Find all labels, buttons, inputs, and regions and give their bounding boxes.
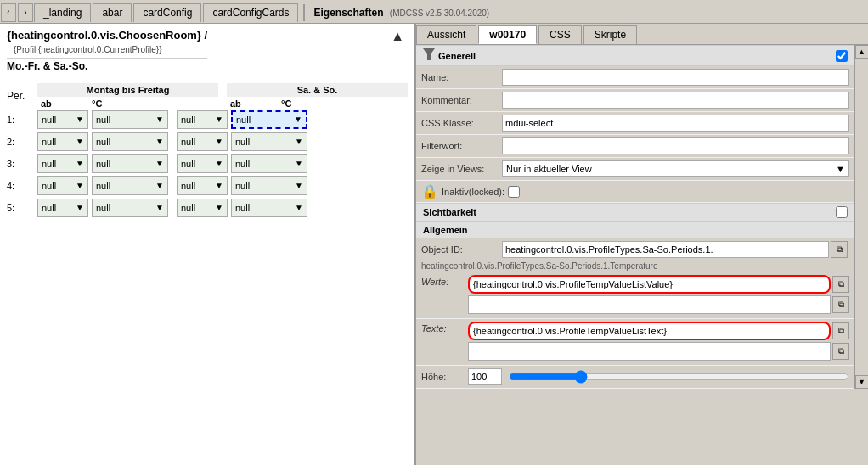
chevron-down-icon: ▼: [215, 115, 223, 124]
zeige-label: Zeige in Views:: [421, 164, 502, 174]
filterwort-input[interactable]: [502, 137, 849, 154]
collapse-button[interactable]: ▲: [387, 29, 408, 44]
s2-period-3: null ▼ null ▼: [177, 176, 307, 195]
s2-c-select-0[interactable]: null ▼: [231, 110, 307, 129]
allgemein-section: Allgemein: [416, 221, 854, 238]
s1-ab-select-4[interactable]: null ▼: [37, 199, 88, 217]
chevron-down-icon: ▼: [215, 181, 223, 190]
props-body-wrapper: Generell Name: Kommentar:: [416, 45, 868, 389]
filterwort-row: Filterwort:: [416, 135, 854, 158]
s1-c-select-0[interactable]: null ▼: [92, 110, 168, 129]
left-header: {heatingcontrol.0.vis.ChoosenRoom} / {Pr…: [0, 24, 414, 76]
texte-input1-row: ⧉: [468, 322, 849, 340]
scroll-bar: ▲ ▼: [854, 45, 868, 389]
kommentar-value: [502, 92, 849, 109]
texte-copy-btn2[interactable]: ⧉: [832, 343, 849, 360]
s2-c-select-3[interactable]: null ▼: [231, 176, 307, 195]
list-item: 2: null ▼ null ▼ null ▼ null ▼: [7, 132, 408, 151]
inaktiv-checkbox[interactable]: [508, 186, 520, 198]
s1-period-0: null ▼ null ▼: [37, 110, 168, 129]
chevron-down-icon: ▼: [295, 203, 303, 212]
kommentar-row: Kommentar:: [416, 89, 854, 112]
sichtbarkeit-checkbox[interactable]: [836, 206, 848, 218]
s1-ab-select-3[interactable]: null ▼: [37, 176, 88, 195]
period-num: 2:: [7, 137, 37, 147]
tab-cardconfig[interactable]: cardConfig: [133, 3, 201, 22]
texte-input2[interactable]: [468, 342, 831, 361]
s1-c-select-4[interactable]: null ▼: [92, 199, 168, 217]
name-row: Name:: [416, 66, 854, 89]
nav-fwd-btn[interactable]: ›: [18, 3, 33, 22]
object-id-input[interactable]: [502, 241, 829, 258]
werte-copy-btn1[interactable]: ⧉: [832, 276, 849, 293]
section2-block: Sa. & So. ab °C: [227, 83, 408, 109]
tab-landing[interactable]: _landing: [34, 3, 91, 22]
werte-inputs: ⧉ ⧉: [468, 275, 849, 316]
generell-label: Generell: [438, 51, 836, 61]
tab-abar[interactable]: abar: [93, 3, 132, 22]
name-input[interactable]: [502, 69, 849, 86]
per-col-header: Per.: [7, 90, 37, 102]
tab-aussicht[interactable]: Aussicht: [416, 25, 476, 44]
inaktiv-label: Inaktiv(locked):: [442, 187, 504, 197]
zeige-select[interactable]: Nur in aktueller View ▼: [502, 160, 849, 177]
s1-c-select-1[interactable]: null ▼: [92, 132, 168, 151]
werte-input1-row: ⧉: [468, 275, 849, 294]
s2-c-select-1[interactable]: null ▼: [231, 132, 307, 151]
s2-ab-select-4[interactable]: null ▼: [177, 199, 228, 217]
tab-cardconfigcards[interactable]: cardConfigCards: [203, 3, 298, 22]
werte-copy-btn2[interactable]: ⧉: [832, 296, 849, 313]
lock-icon: 🔒: [421, 183, 438, 199]
tab-css[interactable]: CSS: [538, 25, 582, 44]
filterwort-value: [502, 137, 849, 154]
texte-copy-btn1[interactable]: ⧉: [832, 322, 849, 339]
section1-col-labels: ab °C: [37, 98, 218, 109]
object-id-copy-btn[interactable]: ⧉: [831, 241, 848, 258]
nav-back-btn[interactable]: ‹: [1, 3, 16, 22]
chevron-down-icon: ▼: [76, 115, 84, 124]
hoehe-label: Höhe:: [421, 372, 468, 382]
s1-ab-header: ab: [37, 98, 88, 109]
tab-skripte[interactable]: Skripte: [583, 25, 637, 44]
properties-title: Eigenschaften (MDCSS v2.5 30.04.2020): [303, 4, 498, 21]
s1-ab-select-2[interactable]: null ▼: [37, 154, 88, 173]
texte-input1[interactable]: [468, 322, 831, 340]
s1-c-select-2[interactable]: null ▼: [92, 154, 168, 173]
s2-c-select-4[interactable]: null ▼: [231, 199, 307, 217]
s1-ab-select-1[interactable]: null ▼: [37, 132, 88, 151]
hoehe-input[interactable]: [468, 368, 502, 385]
scroll-down-btn[interactable]: ▼: [855, 375, 869, 389]
s2-c-select-2[interactable]: null ▼: [231, 154, 307, 173]
s2-ab-select-1[interactable]: null ▼: [177, 132, 228, 151]
css-klasse-label: CSS Klasse:: [421, 118, 502, 128]
hoehe-slider[interactable]: [509, 370, 849, 384]
texte-row: Texte: ⧉ ⧉: [416, 319, 854, 366]
s2-ab-header: ab: [227, 98, 278, 109]
s1-c-select-3[interactable]: null ▼: [92, 176, 168, 195]
s2-ab-select-0[interactable]: null ▼: [177, 110, 228, 129]
props-content: Generell Name: Kommentar:: [416, 45, 854, 389]
s2-ab-select-2[interactable]: null ▼: [177, 154, 228, 173]
s2-ab-select-3[interactable]: null ▼: [177, 176, 228, 195]
generell-section-header: Generell: [416, 45, 854, 66]
chevron-down-icon: ▼: [155, 137, 164, 146]
s1-ab-select-0[interactable]: null ▼: [37, 110, 88, 129]
section2-header: Sa. & So.: [227, 83, 408, 97]
s1-period-1: null ▼ null ▼: [37, 132, 168, 151]
generell-checkbox[interactable]: [836, 50, 848, 62]
kommentar-input[interactable]: [502, 92, 849, 109]
left-title-block: {heatingcontrol.0.vis.ChoosenRoom} / {Pr…: [7, 29, 207, 74]
scroll-up-btn[interactable]: ▲: [855, 45, 869, 59]
weekday-label: Mo.-Fr. & Sa.-So.: [7, 59, 207, 74]
chevron-down-icon: ▼: [215, 203, 223, 212]
chevron-down-icon: ▼: [76, 203, 84, 212]
hoehe-row: Höhe:: [416, 366, 854, 389]
css-klasse-input[interactable]: [502, 115, 849, 132]
werte-input2-row: ⧉: [468, 295, 849, 314]
werte-input1[interactable]: [468, 275, 831, 294]
main-area: {heatingcontrol.0.vis.ChoosenRoom} / {Pr…: [0, 24, 868, 465]
werte-input2[interactable]: [468, 295, 831, 314]
css-klasse-value: [502, 115, 849, 132]
list-item: 4: null ▼ null ▼ null ▼ null ▼: [7, 176, 408, 195]
tab-w00170[interactable]: w00170: [478, 25, 537, 44]
